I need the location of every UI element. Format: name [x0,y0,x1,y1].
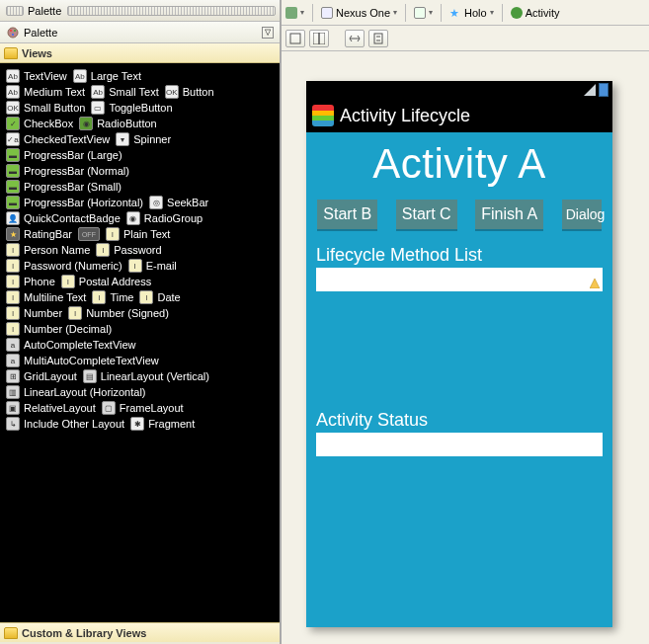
signal-icon [584,84,596,96]
widget-plain-text[interactable]: IPlain Text [106,227,171,241]
viewmode-outline-button[interactable] [309,30,329,47]
status-section-label: Activity Status [316,410,603,431]
android-status-bar [306,81,612,99]
designer-toolbar-2 [282,26,649,51]
widget-number[interactable]: INumber [6,306,62,320]
widget-number-signed[interactable]: INumber (Signed) [68,306,169,320]
action-button-row: Start B Start C Finish A Dialog [306,200,612,229]
widget-progress-horizontal[interactable]: ▬ProgressBar (Horizontal) [6,196,143,209]
widget-frame[interactable]: ▢FrameLayout [102,401,184,415]
widget-fragment[interactable]: ✱Fragment [130,417,195,431]
palette-sub-header: Palette ▽ [0,22,280,43]
folder-icon [4,627,18,639]
svg-point-2 [14,30,16,32]
theme-dropdown[interactable]: ★Holo▾ [449,7,494,19]
config-dropdown[interactable]: ▾ [285,7,304,19]
widget-progress-normal[interactable]: ▬ProgressBar (Normal) [6,164,129,178]
device-dropdown[interactable]: Nexus One▾ [321,7,397,19]
palette-menu-dropdown[interactable]: ▽ [262,27,274,39]
activity-dropdown[interactable]: Activity [511,7,560,19]
lifecycle-method-list[interactable] [316,268,603,291]
grip-icon [6,6,24,16]
widget-textview[interactable]: AbTextView [6,69,67,83]
app-title: Activity Lifecycle [340,106,470,126]
start-c-button[interactable]: Start C [396,200,457,229]
folder-icon [4,47,18,59]
device-preview[interactable]: Activity Lifecycle Activity A Start B St… [306,81,612,627]
palette-sub-label: Palette [24,27,57,39]
widget-ratingbar[interactable]: ★RatingBar [6,227,72,241]
widget-checked-textview[interactable]: ✓aCheckedTextView [6,132,110,146]
views-list: AbTextViewAbLarge Text AbMedium TextAbSm… [0,63,280,622]
widget-radiogroup[interactable]: ◉RadioGroup [126,211,203,225]
widget-number-decimal[interactable]: INumber (Decimal) [6,322,112,336]
widget-quick-contact[interactable]: 👤QuickContactBadge [6,211,121,225]
widget-button[interactable]: OKButton [165,85,214,99]
design-canvas[interactable]: Activity Lifecycle Activity A Start B St… [282,51,649,644]
designer-toolbar-1: ▾ Nexus One▾ ▾ ★Holo▾ Activity [282,0,649,26]
widget-large-text[interactable]: AbLarge Text [73,69,141,83]
widget-checkbox[interactable]: ✓CheckBox [6,117,73,130]
widget-progress-small[interactable]: ▬ProgressBar (Small) [6,180,122,194]
palette-top-grip[interactable]: Palette [0,0,280,22]
zoom-real-button[interactable] [368,30,388,47]
widget-email[interactable]: IE-mail [128,259,177,273]
widget-relative[interactable]: ▣RelativeLayout [6,401,96,415]
start-b-button[interactable]: Start B [317,200,377,229]
widget-linear-h[interactable]: ▥LinearLayout (Horizontal) [6,385,146,399]
finish-a-button[interactable]: Finish A [475,200,543,229]
views-category-header[interactable]: Views [0,43,280,63]
viewmode-normal-button[interactable] [285,30,305,47]
screen-title: Activity A [306,140,612,188]
warning-icon [590,279,600,288]
widget-autocomplete[interactable]: aAutoCompleteTextView [6,338,136,352]
widget-time[interactable]: ITime [92,290,133,304]
widget-small-text[interactable]: AbSmall Text [91,85,159,99]
lifecycle-section-label: Lifecycle Method List [316,245,603,266]
widget-person-name[interactable]: IPerson Name [6,243,90,257]
designer-pane: ▾ Nexus One▾ ▾ ★Holo▾ Activity Activity … [281,0,649,644]
widget-seekbar[interactable]: ◎SeekBar [149,196,208,209]
orientation-dropdown[interactable]: ▾ [414,7,433,19]
palette-icon [6,26,20,40]
svg-rect-4 [290,34,300,43]
widget-gridlayout[interactable]: ⊞GridLayout [6,369,77,383]
grip-icon [67,6,276,16]
svg-point-0 [8,28,18,38]
palette-header-label: Palette [28,5,61,17]
svg-rect-6 [319,33,325,44]
widget-postal[interactable]: IPostal Address [61,275,151,288]
widget-include[interactable]: ↳Include Other Layout [6,417,124,431]
svg-point-3 [12,34,14,36]
app-action-bar: Activity Lifecycle [306,99,612,132]
custom-header-label: Custom & Library Views [22,627,146,639]
widget-password-numeric[interactable]: IPassword (Numeric) [6,259,122,273]
svg-point-1 [10,30,12,32]
dialog-button[interactable]: Dialog [562,200,602,229]
widget-radiobutton[interactable]: ◉RadioButton [79,117,157,130]
off-badge: OFF [78,227,100,241]
widget-password[interactable]: IPassword [96,243,161,257]
zoom-fit-button[interactable] [345,30,365,47]
activity-status-box[interactable] [316,433,603,456]
palette-pane: Palette Palette ▽ Views AbTextViewAbLarg… [0,0,281,644]
widget-multiauto[interactable]: aMultiAutoCompleteTextView [6,354,159,367]
svg-rect-7 [374,34,382,43]
widget-medium-text[interactable]: AbMedium Text [6,85,85,99]
widget-linear-v[interactable]: ▤LinearLayout (Vertical) [83,369,209,383]
widget-small-button[interactable]: OKSmall Button [6,101,85,115]
views-header-label: Views [22,47,52,59]
widget-spinner[interactable]: ▾Spinner [116,132,171,146]
custom-views-category-header[interactable]: Custom & Library Views [0,622,280,642]
widget-date[interactable]: IDate [139,290,180,304]
battery-icon [599,83,608,97]
widget-progress-large[interactable]: ▬ProgressBar (Large) [6,148,122,162]
svg-rect-5 [313,33,319,44]
widget-multiline[interactable]: IMultiline Text [6,290,86,304]
app-icon [312,105,334,126]
widget-toggle-button[interactable]: ▭ToggleButton [91,101,172,115]
widget-phone[interactable]: IPhone [6,275,55,288]
